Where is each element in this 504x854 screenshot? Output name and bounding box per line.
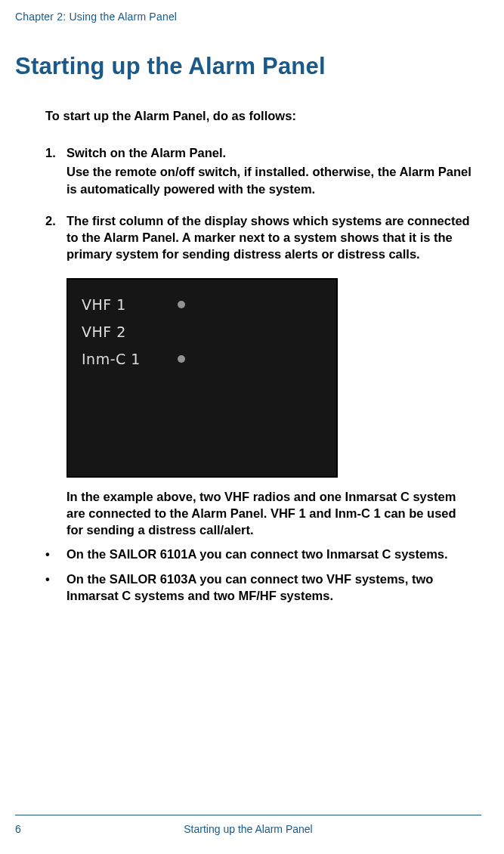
bullet-icon: •	[45, 546, 66, 562]
marker-icon	[178, 355, 185, 363]
page-title: Starting up the Alarm Panel	[15, 53, 481, 80]
step-heading: Switch on the Alarm Panel.	[66, 144, 481, 161]
step-body: Use the remote on/off switch, if install…	[66, 163, 481, 197]
bullet-item: • On the SAILOR 6101A you can connect tw…	[45, 546, 481, 562]
bullet-text: On the SAILOR 6103A you can connect two …	[66, 571, 481, 605]
caption-text: In the example above, two VHF radios and…	[66, 488, 474, 539]
marker-icon	[178, 301, 185, 308]
step-number: 2.	[45, 212, 66, 263]
display-row: VHF 2	[82, 323, 323, 340]
page-number: 6	[15, 823, 21, 835]
display-screenshot: VHF 1 VHF 2 Inm-C 1	[66, 278, 338, 478]
bullet-item: • On the SAILOR 6103A you can connect tw…	[45, 571, 481, 605]
chapter-header: Chapter 2: Using the Alarm Panel	[15, 11, 481, 23]
step-2: 2. The first column of the display shows…	[45, 212, 481, 263]
display-label: Inm-C 1	[82, 351, 161, 367]
display-row: VHF 1	[82, 296, 323, 313]
page-footer: 6 Starting up the Alarm Panel	[15, 815, 481, 835]
bullet-icon: •	[45, 571, 66, 605]
display-row: Inm-C 1	[82, 351, 323, 367]
step-number: 1.	[45, 144, 66, 197]
intro-text: To start up the Alarm Panel, do as follo…	[45, 109, 481, 123]
display-label: VHF 1	[82, 296, 161, 313]
step-1: 1. Switch on the Alarm Panel. Use the re…	[45, 144, 481, 197]
footer-title: Starting up the Alarm Panel	[184, 823, 312, 835]
display-label: VHF 2	[82, 323, 161, 340]
bullet-text: On the SAILOR 6101A you can connect two …	[66, 546, 481, 562]
step-body: The first column of the display shows wh…	[66, 212, 481, 263]
